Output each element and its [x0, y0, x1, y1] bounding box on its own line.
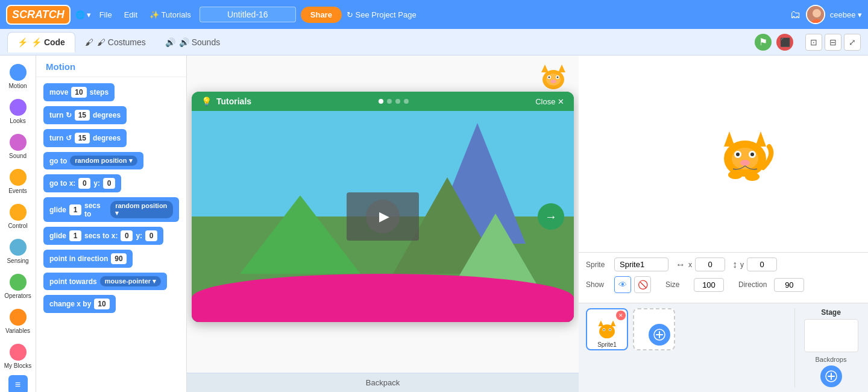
block-goto-xy-y[interactable]: 0: [103, 178, 115, 189]
stage-mini-view: [804, 319, 858, 352]
block-move-suffix: steps: [90, 88, 108, 96]
block-glide2-val[interactable]: 1: [69, 230, 81, 241]
sprite-name-input[interactable]: [614, 258, 668, 271]
arrow-right-icon: →: [545, 210, 557, 224]
globe-button[interactable]: 🌐 ▾: [75, 10, 91, 19]
show-hidden-btn[interactable]: 🚫: [634, 276, 651, 293]
direction-label: Direction: [738, 280, 767, 289]
svg-point-20: [740, 160, 750, 166]
block-move[interactable]: move 10 steps: [43, 83, 115, 101]
see-project-button[interactable]: ↻ See Project Page: [347, 10, 417, 19]
sprite-thumb-sprite1[interactable]: ✕ Sprite1: [586, 308, 628, 350]
x-input[interactable]: [695, 258, 725, 271]
tab-costumes[interactable]: 🖌 🖌 Costumes: [75, 33, 156, 52]
sidebar-label-sensing: Sensing: [7, 258, 28, 264]
block-goto[interactable]: go to random position ▾: [43, 152, 143, 169]
svg-marker-4: [541, 65, 549, 72]
add-backdrop-button[interactable]: [820, 365, 842, 387]
sidebar-item-looks[interactable]: Looks: [2, 95, 34, 128]
tutorials-button[interactable]: ✨ Tutorials: [146, 10, 195, 19]
lightbulb-icon: 💡: [201, 96, 212, 106]
block-point-towards[interactable]: point towards mouse-pointer ▾: [43, 273, 167, 290]
stop-button[interactable]: ⬛: [776, 34, 793, 51]
share-button[interactable]: Share: [301, 7, 342, 23]
block-glide1[interactable]: glide 1 secs to random position ▾: [43, 197, 179, 222]
block-change-x-value[interactable]: 10: [94, 299, 109, 309]
normal-stage-button[interactable]: ⊟: [825, 34, 841, 51]
sidebar-item-my-blocks[interactable]: My Blocks: [2, 340, 34, 373]
pink-wave: [192, 274, 574, 322]
sidebar-item-operators[interactable]: Operators: [2, 270, 34, 303]
block-point-towards-dropdown[interactable]: mouse-pointer ▾: [100, 276, 161, 286]
block-glide2-y-label: y:: [136, 232, 142, 240]
block-turn-right[interactable]: turn ↻ 15 degrees: [43, 106, 127, 124]
tutorial-header: 💡 Tutorials Close ✕: [192, 92, 574, 111]
block-change-x[interactable]: change x by 10: [43, 295, 116, 313]
block-glide2[interactable]: glide 1 secs to x: 0 y: 0: [43, 227, 163, 245]
block-glide1-val[interactable]: 1: [69, 204, 81, 215]
block-point-dir-value[interactable]: 90: [111, 253, 126, 264]
file-menu[interactable]: File: [96, 10, 116, 19]
sidebar-item-events[interactable]: Events: [2, 165, 34, 198]
svg-marker-13: [724, 131, 735, 147]
sidebar-item-motion[interactable]: Motion: [2, 60, 34, 93]
sidebar-menu-icon[interactable]: ≡: [8, 375, 28, 392]
scratch-logo[interactable]: SCRATCH: [6, 5, 71, 25]
play-button[interactable]: ▶: [366, 200, 400, 233]
mountain1: [240, 195, 360, 274]
tutorial-dot-3[interactable]: [395, 99, 400, 104]
block-goto-label: go to: [49, 157, 67, 165]
folder-icon[interactable]: 🗂: [790, 8, 801, 21]
block-glide1-dropdown[interactable]: random position ▾: [110, 201, 173, 218]
tab-code[interactable]: ⚡ ⚡ Code: [7, 32, 75, 52]
sidebar-item-sound[interactable]: Sound: [2, 130, 34, 163]
block-glide2-y[interactable]: 0: [145, 230, 157, 241]
y-input[interactable]: [747, 258, 777, 271]
block-goto-xy-x[interactable]: 0: [78, 178, 90, 189]
sprite-thumb-close[interactable]: ✕: [616, 311, 626, 320]
show-visible-btn[interactable]: 👁: [614, 276, 631, 293]
edit-menu[interactable]: Edit: [121, 10, 141, 19]
block-goto-dropdown[interactable]: random position ▾: [70, 156, 137, 166]
y-label: y: [740, 261, 744, 269]
block-glide1-mid: secs to: [84, 201, 107, 218]
project-title-input[interactable]: [200, 7, 296, 22]
sidebar-item-variables[interactable]: Variables: [2, 305, 34, 338]
size-input[interactable]: [694, 278, 724, 292]
fullscreen-button[interactable]: ⤢: [844, 34, 861, 51]
block-point-towards-label: point towards: [49, 277, 97, 286]
sidebar-label-motion: Motion: [8, 83, 27, 89]
green-flag-button[interactable]: ⚑: [755, 34, 772, 51]
sprites-list: ✕ Sprite1: [579, 303, 868, 392]
tab-sounds[interactable]: 🔊 🔊 Sounds: [156, 33, 230, 52]
backdrops-label: Backdrops: [816, 356, 847, 363]
sidebar-label-variables: Variables: [5, 327, 30, 334]
direction-input[interactable]: [774, 278, 804, 292]
block-turn-right-value[interactable]: 15: [75, 110, 90, 121]
sidebar-item-sensing[interactable]: Sensing: [2, 235, 34, 268]
next-button[interactable]: →: [538, 203, 564, 230]
block-turn-left[interactable]: turn ↺ 15 degrees: [43, 129, 127, 147]
stage-view: [579, 55, 868, 253]
tutorial-dot-4[interactable]: [404, 99, 409, 104]
block-point-dir[interactable]: point in direction 90: [43, 250, 133, 268]
sidebar-item-control[interactable]: Control: [2, 200, 34, 233]
add-sprite-button[interactable]: [649, 324, 670, 346]
block-move-value[interactable]: 10: [71, 87, 86, 98]
small-stage-button[interactable]: ⊡: [805, 34, 822, 51]
size-label: Size: [665, 280, 687, 289]
block-goto-xy-label: go to x:: [49, 179, 75, 188]
block-change-x-label: change x by: [49, 300, 91, 308]
tutorial-close-button[interactable]: Close ✕: [535, 97, 564, 106]
user-avatar[interactable]: [806, 5, 825, 24]
user-name[interactable]: ceebee ▾: [830, 10, 862, 19]
tutorial-dot-2[interactable]: [387, 99, 392, 104]
tutorial-dot-1[interactable]: [379, 99, 383, 104]
block-goto-xy[interactable]: go to x: 0 y: 0: [43, 174, 121, 192]
svg-point-22: [745, 172, 760, 181]
block-turn-left-value[interactable]: 15: [75, 133, 90, 144]
block-turn-left-suffix: degrees: [93, 134, 121, 142]
variables-dot: [10, 309, 27, 326]
block-glide2-x[interactable]: 0: [121, 230, 133, 241]
costumes-icon: 🖌: [85, 37, 93, 47]
